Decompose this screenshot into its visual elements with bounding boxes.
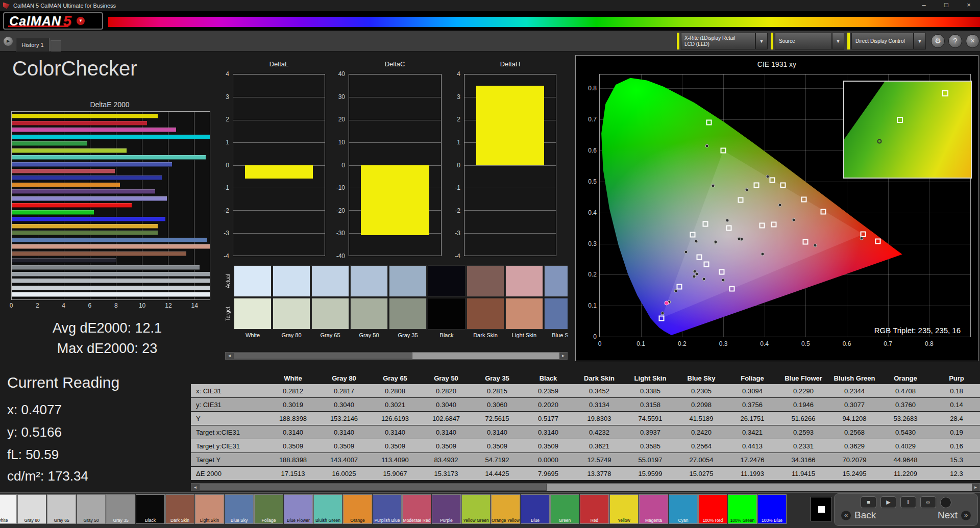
- table-scroll-track[interactable]: [199, 484, 972, 491]
- patch-100-blue[interactable]: 100% Blue: [757, 494, 787, 524]
- scroll-left-icon[interactable]: ◄: [191, 484, 199, 491]
- table-scrollbar[interactable]: ◄ ►: [191, 483, 980, 491]
- table-cell: 0.3140: [267, 429, 318, 436]
- table-cell: 0.3158: [625, 401, 676, 409]
- minimize-button[interactable]: –: [913, 0, 935, 11]
- calman-logo[interactable]: CalMAN 5 ▼: [3, 12, 103, 30]
- comparison-scroll-track[interactable]: [233, 353, 559, 359]
- reading-cdm2: cd/m²: 173.34: [7, 468, 88, 484]
- back-button[interactable]: « Back: [841, 510, 876, 521]
- deltae-bar-row: [12, 148, 210, 153]
- patch-foliage[interactable]: Foliage: [254, 494, 283, 524]
- delta-y-tick: 20: [338, 116, 345, 123]
- patch-window-button[interactable]: [811, 497, 832, 521]
- target-marker: [753, 182, 759, 188]
- meter-dropdown-icon[interactable]: ▼: [755, 33, 768, 49]
- delta-y-tick: 4: [457, 70, 460, 78]
- target-marker: [690, 232, 695, 237]
- table-cell: 0.2820: [421, 387, 472, 395]
- comparison-scroll-thumb[interactable]: [233, 353, 412, 359]
- patch-blue[interactable]: Blue: [521, 494, 550, 524]
- gear-icon[interactable]: ⚙: [931, 34, 945, 48]
- patch-purple[interactable]: Purple: [432, 494, 461, 524]
- scroll-left-icon[interactable]: ◄: [226, 353, 233, 359]
- source-dropdown-icon[interactable]: ▼: [832, 33, 844, 49]
- patch-gray-80[interactable]: Gray 80: [17, 494, 46, 524]
- table-cell: 0.2305: [676, 387, 727, 395]
- patch-label: 100% Red: [699, 518, 727, 523]
- delta-y-tick: -1: [224, 184, 229, 191]
- measurement-marker: [693, 270, 696, 273]
- tab-nav-icon[interactable]: ▶: [4, 37, 13, 46]
- measurement-marker: [725, 218, 729, 222]
- scroll-right-icon[interactable]: ►: [972, 484, 979, 491]
- patch-black[interactable]: Black: [136, 494, 165, 524]
- source-selector[interactable]: Source: [775, 33, 832, 49]
- target-marker: [801, 196, 807, 202]
- table-cell: 0.2020: [523, 401, 574, 409]
- table-cell: 74.5591: [625, 415, 676, 422]
- close-icon[interactable]: ×: [966, 34, 979, 48]
- logo-dropdown-icon[interactable]: ▼: [77, 17, 85, 25]
- loop-button[interactable]: ∞: [920, 496, 936, 508]
- patch-green[interactable]: Green: [550, 494, 579, 524]
- patch-blue-sky[interactable]: Blue Sky: [225, 494, 254, 524]
- logo-underline: [8, 26, 68, 27]
- patch-magenta[interactable]: Magenta: [639, 494, 668, 524]
- tab-bar: ▶ History 1 X-Rite i1Display Retail LCD …: [0, 31, 980, 52]
- patch-orange[interactable]: Orange: [343, 494, 372, 524]
- patch-label: Magenta: [640, 518, 668, 523]
- scroll-right-icon[interactable]: ►: [559, 353, 567, 359]
- delta-y-tick: -4: [224, 253, 229, 260]
- swatch-name: Gray 35: [389, 330, 427, 339]
- patch-light-skin[interactable]: Light Skin: [195, 494, 224, 524]
- measurement-marker: [684, 250, 688, 254]
- patch-white[interactable]: White: [0, 494, 17, 524]
- table-scroll-thumb[interactable]: [199, 484, 547, 491]
- tab-stub[interactable]: [51, 40, 61, 52]
- table-cell: 188.8398: [267, 415, 318, 422]
- record-button[interactable]: [940, 497, 951, 508]
- table-cell: 0.3040: [318, 401, 370, 409]
- patch-orange-yellow[interactable]: Orange Yellow: [491, 494, 520, 524]
- tab-history-1[interactable]: History 1: [16, 38, 50, 52]
- table-cell: 153.2146: [318, 415, 370, 422]
- deltac-y-axis: 403020100-10-20-30-40: [332, 74, 347, 256]
- patch-moderate-red[interactable]: Moderate Red: [402, 494, 431, 524]
- patch-dark-skin[interactable]: Dark Skin: [165, 494, 194, 524]
- patch-100-green[interactable]: 100% Green: [728, 494, 757, 524]
- patch-yellow-green[interactable]: Yellow Green: [461, 494, 491, 524]
- maximize-button[interactable]: □: [935, 0, 958, 11]
- table-header-cell: Gray 35: [472, 374, 523, 382]
- comparison-scrollbar[interactable]: ◄ ►: [225, 352, 568, 360]
- patch-100-red[interactable]: 100% Red: [698, 494, 727, 524]
- play-button[interactable]: ▶: [880, 496, 896, 508]
- stop-button[interactable]: ■: [861, 496, 876, 508]
- table-row: Target y:CIE310.35090.35090.35090.35090.…: [191, 439, 980, 452]
- patch-purplish-blue[interactable]: Purplish Blue: [373, 494, 402, 524]
- patch-gray-35[interactable]: Gray 35: [106, 494, 135, 524]
- table-cell: 72.5615: [472, 415, 523, 422]
- table-cell: 0.3621: [574, 442, 625, 450]
- patch-cyan[interactable]: Cyan: [669, 494, 698, 524]
- meter-selector[interactable]: X-Rite i1Display Retail LCD (LED): [681, 33, 755, 49]
- patch-gray-50[interactable]: Gray 50: [77, 494, 106, 524]
- patch-bluish-green[interactable]: Bluish Green: [313, 494, 342, 524]
- table-cell: 15.2495: [829, 470, 880, 477]
- table-cell: 34.3166: [778, 456, 829, 464]
- display-control-selector[interactable]: Direct Display Control: [851, 33, 914, 49]
- patch-red[interactable]: Red: [580, 494, 609, 524]
- help-icon[interactable]: ?: [948, 34, 962, 48]
- patch-yellow[interactable]: Yellow: [609, 494, 639, 524]
- patch-gray-65[interactable]: Gray 65: [47, 494, 76, 524]
- next-button[interactable]: Next »: [938, 510, 971, 521]
- close-button[interactable]: ×: [958, 0, 980, 11]
- patch-blue-flower[interactable]: Blue Flower: [284, 494, 313, 524]
- target-marker: [771, 221, 777, 227]
- display-control-dropdown-icon[interactable]: ▼: [914, 33, 926, 49]
- delta-value-bar: [245, 165, 312, 179]
- pause-button[interactable]: ‖: [900, 496, 916, 508]
- table-row: Y188.8398153.2146126.6193102.684772.5615…: [191, 412, 980, 425]
- deltae-bar-row: [12, 210, 210, 215]
- table-cell: 27.0054: [676, 456, 727, 464]
